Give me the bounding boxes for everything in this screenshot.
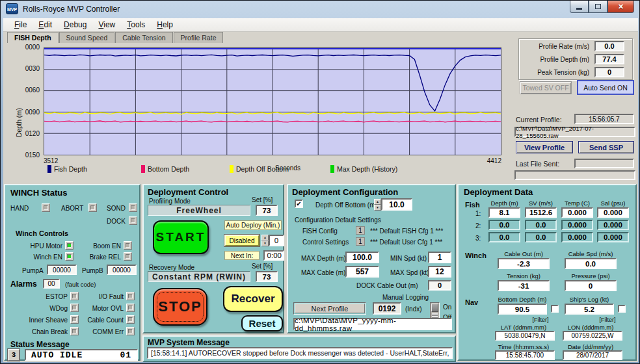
- title-bar[interactable]: MVP Rolls-Royce MVP Controller ✕: [1, 1, 639, 18]
- close-button[interactable]: ✕: [607, 1, 634, 13]
- winch-en-label: Winch EN: [5, 254, 62, 261]
- dock-label: DOCK: [107, 218, 126, 225]
- spin-up-button[interactable]: ▲: [261, 235, 269, 240]
- spin-down-button[interactable]: ▼: [261, 240, 269, 246]
- tab-profile-rate[interactable]: Profile Rate: [174, 32, 224, 43]
- auto-deploy-value-field[interactable]: 0: [269, 235, 284, 246]
- send-ssp-button[interactable]: Send SSP: [578, 141, 634, 153]
- menu-tools[interactable]: Tools: [121, 19, 151, 31]
- cable-spd-label: Cable Spd (m/s): [565, 250, 617, 257]
- toggle-handle[interactable]: [431, 304, 438, 312]
- control-settings-name: *** Default User Cfg 1 ***: [370, 239, 442, 246]
- menu-view[interactable]: View: [92, 19, 121, 31]
- recovery-mode-field[interactable]: Constant RPM (RWIN): [148, 271, 250, 282]
- pressure-value: 0: [565, 280, 617, 291]
- start-button[interactable]: START: [153, 220, 209, 254]
- reset-button[interactable]: Reset: [241, 315, 283, 332]
- nav-section-label: Nav: [465, 298, 478, 306]
- cable-count-indicator: [126, 315, 135, 324]
- tab-cable-tension[interactable]: Cable Tension: [115, 32, 172, 43]
- fish2-sal: 0.000: [597, 220, 629, 230]
- auto-deploy-label: Auto Deploy (Min.): [224, 220, 282, 230]
- ships-log-label: Ship's Log (kt): [565, 296, 614, 303]
- hpu-motor-indicator: [65, 241, 73, 250]
- next-profile-button[interactable]: Next Profile: [293, 302, 366, 315]
- fish-config-name: *** Default FiSH Cfg 1 ***: [370, 228, 443, 235]
- time-value: 15:58:45.700: [495, 350, 555, 360]
- recovery-set-field[interactable]: 73: [256, 271, 278, 282]
- profiling-mode-field[interactable]: FreeWheel: [148, 205, 250, 216]
- sond-label: SOND: [107, 205, 126, 212]
- lon-label: LON (dddmm.m): [565, 324, 617, 331]
- spin-up-button[interactable]: ▲: [374, 199, 381, 205]
- comm-err-indicator: [126, 327, 135, 335]
- min-spd-value[interactable]: 1: [428, 252, 451, 263]
- profile-panel: Profile Rate (m/s) 0.0 Profile Depth (m)…: [513, 38, 638, 184]
- max-spd-value[interactable]: 12: [428, 266, 451, 278]
- auto-send-button[interactable]: Auto Send ON: [577, 80, 634, 95]
- winch-controls-title: Winch Controls: [16, 229, 68, 237]
- stop-button[interactable]: STOP: [153, 288, 207, 326]
- y-tick: 0090: [5, 109, 40, 116]
- fish-sal-header: Sal (psu): [597, 200, 629, 207]
- profiling-mode-label: Profiling Mode: [149, 198, 191, 205]
- cable-spd-value: 0.0: [565, 258, 617, 269]
- peak-tension-value: 0: [594, 67, 624, 77]
- profile-depth-label: Profile Depth (m): [519, 56, 589, 63]
- maximize-icon: [595, 4, 601, 9]
- comm-err-label: COMM Err: [75, 328, 124, 335]
- menu-edit[interactable]: Edit: [33, 19, 58, 31]
- depth-off-bottom-value[interactable]: 10.0: [381, 198, 412, 211]
- bottom-depth-label: Bottom Depth (m): [498, 296, 547, 303]
- recover-button[interactable]: Recover: [223, 286, 283, 312]
- auto-deploy-state-button[interactable]: Disabled: [224, 235, 260, 246]
- system-message-text: [15:58:14.1] AUTORECOVER stopped before …: [147, 347, 453, 359]
- last-file-sent-value: [574, 159, 634, 168]
- max-cable-value[interactable]: 557: [345, 266, 379, 278]
- menu-debug[interactable]: Debug: [58, 19, 92, 31]
- abort-label: ABORT: [61, 205, 83, 212]
- spin-down-button[interactable]: ▼: [374, 205, 381, 211]
- system-message-title: MVP System Message: [148, 338, 230, 347]
- fish-config-index: 1: [356, 226, 365, 235]
- control-settings-index: 1: [356, 237, 365, 246]
- tab-fish-depth[interactable]: FISH Depth: [7, 32, 59, 43]
- tab-sound-speed[interactable]: Sound Speed: [59, 32, 115, 43]
- profiling-set-field[interactable]: 73: [256, 205, 278, 216]
- alarms-title: Alarms: [10, 280, 37, 289]
- control-settings-label: Control Settings: [302, 239, 349, 246]
- y-axis-ticks: 000000300060009001200150: [5, 42, 41, 172]
- io-fault-indicator: [126, 292, 135, 300]
- fish3-sv: 0.0: [525, 232, 557, 242]
- fish1-temp: 0.000: [561, 207, 593, 218]
- file-template-field: c:\MVP\Data\MVP_yyyy-mm-dd_hhmmss.raw: [293, 318, 452, 330]
- date-value: 28/07/2017: [563, 350, 622, 360]
- status-level: 3: [8, 349, 20, 361]
- view-profile-button[interactable]: View Profile: [516, 141, 573, 153]
- system-message-panel: MVP System Message [15:58:14.1] AUTORECO…: [142, 335, 456, 362]
- x-axis-label: Seconds: [275, 164, 300, 172]
- bottom-depth-value: 90.5: [498, 304, 547, 315]
- pump-b-label: PumpB: [82, 267, 103, 274]
- fish-depth-header: Depth (m): [488, 200, 520, 207]
- ships-log-filter-checkbox[interactable]: [618, 305, 626, 313]
- hand-indicator: [42, 203, 50, 212]
- minimize-button[interactable]: [570, 1, 589, 13]
- winch-status-title: WINCH Status: [10, 188, 67, 198]
- winch-status-panel: WINCH Status HAND ABORT SOND DOCK Winch …: [4, 184, 140, 361]
- boom-en-label: Boom EN: [77, 242, 121, 250]
- estop-label: ESTOP: [5, 293, 68, 300]
- bottom-depth-filter-checkbox[interactable]: [551, 305, 559, 313]
- fish3-sal: 0.000: [597, 232, 629, 242]
- recovery-set-label: Set [%]: [252, 263, 273, 270]
- maximize-button[interactable]: [589, 1, 607, 13]
- menu-file[interactable]: File: [8, 19, 33, 31]
- menu-help[interactable]: Help: [151, 19, 179, 31]
- bottom-depth-filter-label: [Filter]: [521, 317, 560, 323]
- x-tick-max: 4412: [462, 157, 501, 164]
- towed-sv-button[interactable]: Towed SV OFF: [520, 81, 572, 94]
- chart-legend: Fish Depth Bottom Depth Depth Off Bottom…: [3, 165, 512, 176]
- max-depth-value[interactable]: 100.0: [345, 252, 379, 263]
- depth-off-bottom-checkbox[interactable]: ✔: [295, 200, 303, 208]
- minimize-icon: [576, 8, 582, 10]
